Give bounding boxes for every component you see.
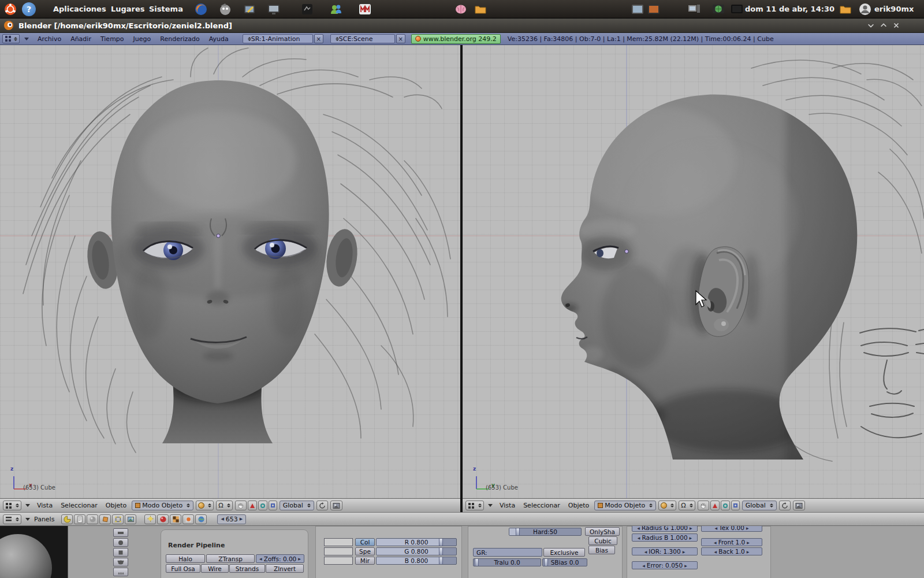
manipulator-translate-button[interactable]	[710, 501, 720, 510]
viewport-front[interactable]: z x (653) Cube Vista Seleccionar Objeto …	[0, 45, 460, 512]
decrement-icon[interactable]: ◀	[644, 550, 647, 554]
frame-next-icon[interactable]: ▶	[240, 517, 243, 521]
ior-field[interactable]: ◀ IOR: 1.300 ▶	[632, 547, 698, 555]
menu-vista[interactable]: Vista	[500, 502, 515, 509]
onlysha-toggle[interactable]: OnlySha	[585, 527, 620, 536]
help-icon[interactable]: ?	[22, 2, 36, 16]
clock[interactable]: dom 11 de abr, 14:30	[745, 5, 834, 13]
orientation-dropdown[interactable]: Global	[280, 501, 314, 510]
object-context-button[interactable]	[99, 514, 111, 524]
menu-anadir[interactable]: Añadir	[70, 35, 91, 43]
menu-collapse-icon[interactable]	[488, 504, 493, 507]
shading-context-button[interactable]	[87, 514, 98, 524]
menu-collapse-icon[interactable]	[25, 504, 30, 507]
editor-icon[interactable]	[243, 2, 256, 16]
mir-swatch[interactable]	[324, 557, 353, 565]
preview-sphere-button[interactable]	[113, 538, 128, 547]
preview-monkey-button[interactable]	[113, 558, 128, 566]
increment-icon[interactable]: ▶	[684, 564, 687, 568]
lamp-buttons-button[interactable]	[144, 514, 156, 524]
cubic-toggle[interactable]: Cubic	[588, 536, 617, 545]
window-type-button[interactable]	[2, 34, 20, 43]
computer-tray-icon[interactable]	[687, 2, 701, 16]
viewport-type-button[interactable]	[3, 501, 21, 510]
preview-hair-button[interactable]	[113, 568, 128, 576]
ubuntu-logo-icon[interactable]	[3, 2, 17, 16]
error-field[interactable]: ◀ Error: 0.050 ▶	[632, 561, 698, 569]
script-context-button[interactable]	[74, 514, 85, 524]
strands-toggle[interactable]: Strands	[229, 564, 265, 573]
network-tray-icon[interactable]	[711, 2, 725, 16]
minimize-button[interactable]	[865, 20, 876, 31]
menu-archivo[interactable]: Archivo	[38, 35, 61, 43]
spe-button[interactable]: Spe	[355, 547, 375, 555]
decrement-icon[interactable]: ◀	[642, 564, 645, 568]
manipulator-scale-button[interactable]	[731, 501, 740, 510]
menu-seleccionar[interactable]: Seleccionar	[61, 502, 98, 509]
increment-icon[interactable]: ▶	[690, 526, 692, 530]
users-icon[interactable]	[329, 2, 343, 16]
maximize-button[interactable]	[878, 20, 889, 31]
manipulator-hand-button[interactable]	[698, 501, 709, 510]
exclusive-toggle[interactable]: Exclusive	[543, 548, 585, 557]
preview-cube-button[interactable]	[113, 548, 128, 557]
increment-icon[interactable]: ▶	[746, 526, 749, 530]
menu-sistema[interactable]: Sistema	[149, 5, 183, 13]
gimp-icon[interactable]	[218, 2, 232, 16]
hard-slider[interactable]: Hard:50	[509, 528, 582, 536]
slider-knob[interactable]	[516, 528, 520, 535]
world-buttons-button[interactable]	[195, 514, 207, 524]
menu-renderizado[interactable]: Renderizado	[160, 35, 199, 43]
b-slider[interactable]: B 0.800	[376, 557, 457, 565]
spe-swatch[interactable]	[324, 547, 353, 555]
editing-context-button[interactable]	[112, 514, 124, 524]
slider-knob[interactable]	[475, 559, 479, 566]
decrement-icon[interactable]: ◀	[638, 536, 640, 540]
manipulator-hand-button[interactable]	[235, 501, 247, 510]
manipulator-rotate-button[interactable]	[258, 501, 267, 510]
increment-icon[interactable]: ▶	[747, 540, 750, 544]
mm-app-icon[interactable]	[358, 2, 372, 16]
slider-knob[interactable]	[439, 557, 443, 564]
zoffs-field[interactable]: ◀ Zoffs: 0.00 ▶	[256, 554, 304, 563]
zinvert-toggle[interactable]: ZInvert	[266, 564, 304, 573]
pivot-dropdown[interactable]: Ω	[216, 501, 232, 510]
col-swatch[interactable]	[324, 538, 353, 546]
full-osa-toggle[interactable]: Full Osa	[166, 564, 200, 573]
folder-icon[interactable]	[474, 2, 487, 16]
ztransp-toggle[interactable]: ZTransp	[206, 554, 255, 563]
slider-knob[interactable]	[439, 539, 443, 546]
render-preview-button[interactable]	[793, 501, 805, 510]
scene-context-button[interactable]	[125, 514, 136, 524]
manipulator-rotate-button[interactable]	[721, 501, 730, 510]
close-button[interactable]	[891, 20, 901, 31]
menu-collapse-icon[interactable]	[25, 518, 30, 521]
firefox-icon[interactable]	[194, 2, 208, 16]
menu-aplicaciones[interactable]: Aplicaciones	[53, 5, 106, 13]
screen-delete-button[interactable]: ×	[314, 34, 323, 43]
proportional-edit-button[interactable]	[316, 501, 328, 510]
draw-type-dropdown[interactable]	[196, 501, 214, 510]
front-view-canvas[interactable]	[0, 45, 460, 498]
front-field[interactable]: ◀ Front 1.0 ▶	[701, 538, 762, 546]
mir-button[interactable]: Mir	[355, 557, 375, 565]
menu-lugares[interactable]: Lugares	[111, 5, 145, 13]
material-buttons-button[interactable]	[157, 514, 169, 524]
scene-delete-button[interactable]: ×	[396, 34, 405, 43]
slider-knob[interactable]	[439, 548, 443, 555]
mode-dropdown[interactable]: Modo Objeto	[132, 501, 193, 510]
dark-app-icon[interactable]	[300, 2, 314, 16]
mode-dropdown[interactable]: Modo Objeto	[594, 501, 656, 510]
radius-g-field[interactable]: ◀ Radius G 1.000 ▶	[632, 526, 698, 532]
decrement-icon[interactable]: ◀	[714, 550, 717, 554]
monitor-icon[interactable]	[267, 2, 281, 16]
tex-field[interactable]: ◀ Tex 0.00 ▶	[701, 526, 762, 532]
proportional-edit-button[interactable]	[779, 501, 791, 510]
menu-ayuda[interactable]: Ayuda	[209, 35, 229, 43]
sbias-slider[interactable]: SBias 0.0	[542, 558, 587, 566]
display-tray-icon[interactable]	[730, 2, 744, 16]
increment-icon[interactable]: ▶	[747, 550, 750, 554]
increment-icon[interactable]: ▶	[298, 557, 301, 561]
window-list-icon-1[interactable]	[631, 2, 644, 16]
decrement-icon[interactable]: ◀	[637, 526, 640, 530]
